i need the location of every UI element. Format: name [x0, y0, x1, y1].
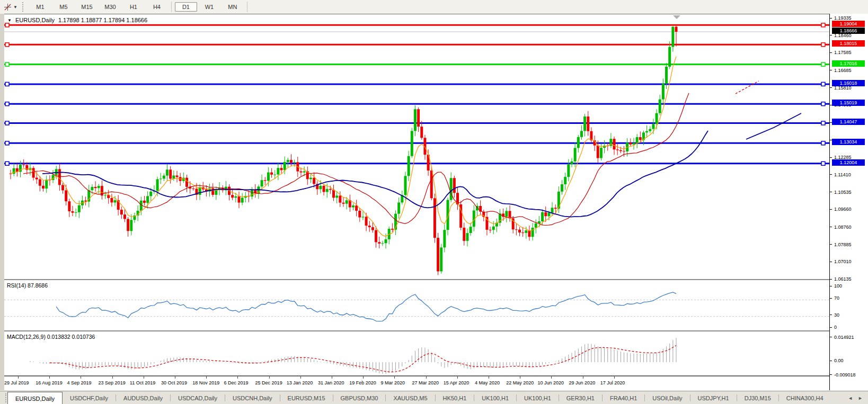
- timeframe-button-h4[interactable]: H4: [146, 2, 168, 12]
- candle-body: [58, 169, 61, 185]
- timeframe-button-m30[interactable]: M30: [99, 2, 121, 12]
- chart-tab-dj30-m15[interactable]: DJ30,M15: [737, 391, 778, 404]
- timeframe-button-m5[interactable]: M5: [52, 2, 75, 12]
- chart-tab-china300-h4[interactable]: CHINA300,H4: [779, 391, 831, 404]
- line-handle[interactable]: [5, 141, 9, 145]
- line-handle[interactable]: [5, 43, 9, 47]
- moving-average-mid[interactable]: [23, 93, 689, 226]
- candle-body: [78, 205, 81, 212]
- chart-tab-uk100-h1[interactable]: UK100,H1: [517, 391, 559, 404]
- price-axis-tick: 1.06135: [834, 276, 852, 282]
- chart-window: ▼ EURUSD,Daily 1.17898 1.18877 1.17894 1…: [4, 14, 829, 391]
- line-handle[interactable]: [5, 121, 9, 125]
- line-handle[interactable]: [821, 82, 825, 86]
- timeframe-button-m15[interactable]: M15: [76, 2, 98, 12]
- timeframe-button-w1[interactable]: W1: [198, 2, 220, 12]
- main-chart-panel[interactable]: ▼ EURUSD,Daily 1.17898 1.18877 1.17894 1…: [4, 14, 829, 279]
- candle-body: [251, 190, 253, 197]
- chart-tab-hk50-h1[interactable]: HK50,H1: [436, 391, 474, 404]
- axis-tick-mark: [830, 52, 832, 53]
- chart-tab-fra40-h1[interactable]: FRA40,H1: [603, 391, 644, 404]
- candle-body: [375, 230, 377, 243]
- chart-tab-uk100-h1[interactable]: UK100,H1: [474, 391, 516, 404]
- chart-tab-xauusd-m5[interactable]: XAUUSD,M5: [386, 391, 435, 404]
- chart-tab-usdjpy-h1[interactable]: USDJPY,H1: [690, 391, 737, 404]
- date-tick-mark: [237, 376, 238, 379]
- candle-body: [577, 137, 580, 148]
- line-handle[interactable]: [821, 62, 825, 66]
- candle-body: [652, 124, 654, 129]
- candle-body: [580, 131, 583, 137]
- candlestick-chart[interactable]: [4, 14, 829, 279]
- candle-body: [287, 160, 289, 162]
- chevron-down-icon[interactable]: ▼: [13, 5, 17, 10]
- chart-shift-marker-icon[interactable]: [673, 15, 680, 19]
- macd-plot[interactable]: [4, 331, 829, 375]
- candle-body: [470, 227, 472, 233]
- price-axis-tick: 1.07010: [834, 259, 852, 264]
- line-handle[interactable]: [821, 23, 825, 27]
- price-axis-tick: 1.09660: [834, 207, 852, 212]
- line-handle[interactable]: [821, 121, 825, 125]
- line-handle[interactable]: [5, 82, 9, 86]
- red-dashed-segment[interactable]: [736, 81, 759, 94]
- chart-tab-gbpusd-m30[interactable]: GBPUSD,M30: [333, 391, 386, 404]
- chart-tab-audusd-daily[interactable]: AUDUSD,Daily: [116, 391, 170, 404]
- price-axis-tick: 1.16685: [834, 68, 852, 73]
- axis-tick-mark: [830, 18, 832, 19]
- price-axis[interactable]: 1.193351.184601.175851.166851.158101.149…: [829, 14, 868, 390]
- line-handle[interactable]: [5, 102, 9, 106]
- tabbar-grip[interactable]: [1, 393, 6, 402]
- candle-body: [342, 203, 345, 204]
- timeframe-button-d1[interactable]: D1: [175, 2, 197, 12]
- line-handle[interactable]: [5, 161, 9, 165]
- candle-body: [42, 186, 45, 188]
- rsi-plot[interactable]: [4, 280, 829, 330]
- candle-body: [143, 201, 146, 203]
- chart-tab-usdcnh-daily[interactable]: USDCNH,Daily: [225, 391, 280, 404]
- candle-body: [417, 109, 420, 127]
- line-handle[interactable]: [821, 141, 825, 145]
- timeframe-button-mn[interactable]: MN: [222, 2, 244, 12]
- date-tick-mark: [394, 376, 395, 379]
- chart-menu-triangle-icon[interactable]: ▼: [7, 18, 12, 23]
- chart-tab-eurusd-daily[interactable]: EURUSD,Daily: [7, 392, 63, 404]
- date-tick-mark: [426, 376, 427, 379]
- tab-scroll-left-icon[interactable]: ◄: [848, 396, 853, 401]
- line-handle[interactable]: [5, 23, 9, 27]
- candle-body: [299, 172, 302, 173]
- axis-tick-mark: [830, 87, 832, 88]
- blue-curve-segment[interactable]: [746, 113, 801, 139]
- candle-body: [166, 169, 169, 175]
- candle-body: [211, 188, 214, 195]
- line-handle[interactable]: [821, 43, 825, 47]
- chart-tab-usdchf-daily[interactable]: USDCHF,Daily: [63, 391, 116, 404]
- date-label: 23 Sep 2019: [99, 380, 126, 385]
- chart-tab-usdcad-daily[interactable]: USDCAD,Daily: [171, 391, 225, 404]
- rsi-panel[interactable]: RSI(14) 87.8686: [4, 279, 829, 331]
- line-handle[interactable]: [5, 62, 9, 66]
- candle-body: [149, 192, 152, 196]
- timeframe-button-h1[interactable]: H1: [122, 2, 145, 12]
- tab-scroll-right-icon[interactable]: ►: [858, 396, 863, 401]
- date-tick-mark: [332, 376, 332, 379]
- chart-tab-eurusd-m15[interactable]: EURUSD,M15: [280, 391, 333, 404]
- timeframe-button-m1[interactable]: M1: [29, 2, 51, 12]
- chart-symbol-label: EURUSD,Daily: [15, 17, 55, 23]
- chart-tab-ger30-h1[interactable]: GER30,H1: [559, 391, 602, 404]
- candle-body: [273, 175, 276, 175]
- line-handle[interactable]: [821, 102, 825, 106]
- crosshair-tool-icon[interactable]: [2, 2, 13, 12]
- chart-tab-usoil-daily[interactable]: USOil,Daily: [645, 391, 689, 404]
- candle-body: [323, 186, 325, 192]
- toolbar-grip[interactable]: [22, 2, 25, 12]
- candle-body: [613, 139, 616, 149]
- chart-tabs: EURUSD,DailyUSDCHF,DailyAUDUSD,DailyUSDC…: [7, 391, 843, 404]
- date-tick-mark: [489, 376, 489, 379]
- date-axis[interactable]: 29 Jul 201916 Aug 20194 Sep 201923 Sep 2…: [4, 375, 829, 392]
- candle-body: [261, 180, 263, 186]
- macd-panel[interactable]: MACD(12,26,9) 0.013832 0.010736: [4, 330, 829, 376]
- line-handle[interactable]: [821, 161, 825, 165]
- candle-body: [303, 171, 306, 172]
- candle-body: [163, 176, 165, 179]
